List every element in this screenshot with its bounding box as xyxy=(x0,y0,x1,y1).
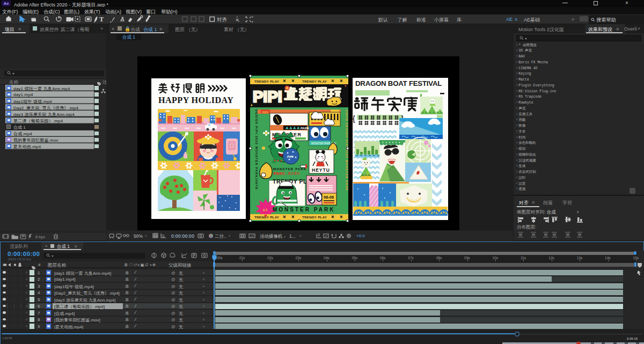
svg-text:PiPi: PiPi xyxy=(287,155,294,158)
svg-text:HEYTU: HEYTU xyxy=(312,167,330,173)
svg-text:HAPPY HOLIDAY: HAPPY HOLIDAY xyxy=(158,96,233,105)
svg-text:TRENDY PLAY: TRENDY PLAY xyxy=(302,215,327,219)
svg-text:06-06: 06-06 xyxy=(324,195,334,200)
svg-text:{: { xyxy=(353,114,355,123)
svg-text:MONSTER PARK: MONSTER PARK xyxy=(273,207,335,213)
svg-text:童趣潮玩，意义非凡: 童趣潮玩，意义非凡 xyxy=(273,172,300,175)
svg-text:DRAGON BOAT FESTIVAL: DRAGON BOAT FESTIVAL xyxy=(355,79,442,87)
svg-text:2022: 2022 xyxy=(262,111,268,114)
svg-text:TRENDY PLAY: TRENDY PLAY xyxy=(302,79,327,83)
svg-text:8 bpc: 8 bpc xyxy=(35,235,46,239)
svg-text:MONSTER PARK: MONSTER PARK xyxy=(273,167,307,171)
svg-text:PARK: PARK xyxy=(301,127,310,130)
svg-text:对齐: 对齐 xyxy=(217,17,228,23)
svg-text:DESIGN PIPI 2023 MONSTER PARKJ: DESIGN PIPI 2023 MONSTER PARKJIUYU xyxy=(255,109,258,190)
svg-text:JIUYU DESIGN PIPI 2023 MONSTER: JIUYU DESIGN PIPI 2023 MONSTER PARK xyxy=(345,109,348,191)
svg-text:TRENDY PLAY: TRENDY PLAY xyxy=(254,215,280,219)
svg-text:PIPI: PIPI xyxy=(253,88,282,105)
svg-text:TRENDY PLAY: TRENDY PLAY xyxy=(254,79,280,83)
svg-text:T: T xyxy=(99,16,104,23)
